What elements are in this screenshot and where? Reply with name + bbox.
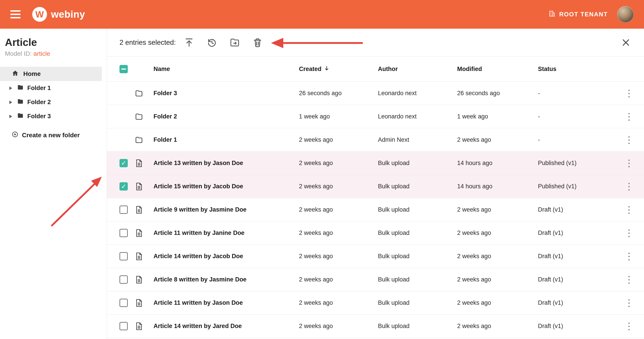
table-row[interactable]: Folder 2 1 week ago Leonardo next 1 week… (107, 105, 644, 128)
sidebar-item-folder[interactable]: Folder 1 (0, 81, 107, 95)
column-header-created[interactable]: Created (299, 65, 378, 73)
table-row[interactable]: Folder 3 26 seconds ago Leonardo next 26… (107, 82, 644, 105)
selection-toolbar: 2 entries selected: (107, 29, 644, 57)
row-created: 1 week ago (299, 113, 378, 120)
row-type-icon (131, 252, 147, 261)
row-created: 26 seconds ago (299, 90, 378, 97)
row-modified: 2 weeks ago (457, 323, 538, 329)
row-status: Published (v1) (538, 160, 614, 167)
row-modified: 14 hours ago (457, 160, 538, 167)
close-icon[interactable] (620, 37, 632, 48)
row-type-icon (131, 89, 147, 97)
row-type-icon (131, 229, 147, 237)
row-type-icon (131, 182, 147, 191)
row-menu-icon[interactable]: ⋮ (614, 298, 644, 308)
row-created: 2 weeks ago (299, 136, 378, 143)
row-menu-icon[interactable]: ⋮ (614, 205, 644, 214)
row-type-icon (131, 322, 147, 330)
row-status: - (538, 113, 614, 120)
row-status: - (538, 136, 614, 143)
table-row[interactable]: Folder 1 2 weeks ago Admin Next 2 weeks … (107, 128, 644, 152)
row-name: Article 15 written by Jacob Doe (147, 183, 299, 190)
row-author: Bulk upload (378, 183, 457, 190)
building-icon (548, 10, 556, 19)
folder-label: Folder 1 (27, 85, 51, 92)
sidebar-item-folder[interactable]: Folder 2 (0, 95, 107, 109)
model-id: Model ID: article (5, 50, 107, 57)
table-row[interactable]: Article 14 written by Jacob Doe 2 weeks … (107, 245, 644, 268)
row-author: Bulk upload (378, 253, 457, 260)
row-menu-icon[interactable]: ⋮ (614, 182, 644, 191)
select-all-checkbox[interactable] (120, 65, 128, 73)
restore-icon[interactable] (206, 37, 218, 48)
webiny-logo-icon: W (32, 7, 47, 22)
chevron-right-icon[interactable] (10, 101, 12, 104)
sidebar-item-folder[interactable]: Folder 3 (0, 109, 107, 123)
table-row[interactable]: Article 11 written by Jason Doe 2 weeks … (107, 291, 644, 314)
row-created: 2 weeks ago (299, 323, 378, 329)
create-folder-label: Create a new folder (22, 132, 80, 139)
row-menu-icon[interactable]: ⋮ (614, 112, 644, 121)
table-row[interactable]: Article 11 written by Janine Doe 2 weeks… (107, 221, 644, 245)
row-author: Bulk upload (378, 323, 457, 329)
user-avatar[interactable] (617, 6, 634, 23)
sidebar: Article Model ID: article Home Folder 1 (0, 29, 107, 339)
table-header: Name Created Author Modified Status (107, 57, 644, 82)
tenant-selector[interactable]: ROOT TENANT (548, 10, 608, 19)
folder-label: Folder 3 (27, 113, 51, 120)
row-checkbox[interactable] (120, 206, 128, 214)
row-status: Draft (v1) (538, 276, 614, 283)
row-checkbox[interactable] (120, 229, 128, 237)
create-folder-button[interactable]: Create a new folder (0, 131, 107, 139)
row-checkbox[interactable] (120, 182, 128, 191)
row-menu-icon[interactable]: ⋮ (614, 275, 644, 284)
folder-icon (17, 112, 24, 120)
chevron-right-icon[interactable] (10, 115, 12, 118)
row-name: Folder 1 (147, 136, 299, 143)
sidebar-folder-list: Folder 1 Folder 2 Folder 3 (0, 81, 107, 123)
row-menu-icon[interactable]: ⋮ (614, 135, 644, 145)
chevron-right-icon[interactable] (10, 86, 12, 90)
column-header-author: Author (378, 66, 457, 73)
row-menu-icon[interactable]: ⋮ (614, 321, 644, 331)
row-checkbox[interactable] (120, 275, 128, 284)
row-checkbox[interactable] (120, 159, 128, 167)
table-row[interactable]: Article 8 written by Jasmine Doe 2 weeks… (107, 268, 644, 291)
row-menu-icon[interactable]: ⋮ (614, 228, 644, 238)
table-row[interactable]: Article 15 written by Jacob Doe 2 weeks … (107, 175, 644, 198)
menu-icon[interactable] (10, 10, 20, 18)
row-menu-icon[interactable]: ⋮ (614, 159, 644, 168)
row-name: Article 13 written by Jason Doe (147, 160, 299, 167)
row-author: Leonardo next (378, 113, 457, 120)
sort-descending-icon (324, 65, 330, 73)
row-menu-icon[interactable]: ⋮ (614, 252, 644, 261)
row-status: Published (v1) (538, 183, 614, 190)
row-checkbox[interactable] (120, 322, 128, 330)
row-menu-icon[interactable]: ⋮ (614, 89, 644, 98)
table-row[interactable]: Article 14 written by Jared Doe 2 weeks … (107, 314, 644, 338)
row-status: Draft (v1) (538, 323, 614, 329)
row-type-icon (131, 275, 147, 284)
row-created: 2 weeks ago (299, 276, 378, 283)
move-to-folder-icon[interactable] (229, 37, 240, 48)
model-id-label: Model ID: (5, 50, 32, 57)
table-row[interactable]: Article 9 written by Jasmine Doe 2 weeks… (107, 198, 644, 221)
row-status: Draft (v1) (538, 253, 614, 260)
row-checkbox[interactable] (120, 252, 128, 260)
sidebar-item-label: Home (23, 70, 41, 78)
publish-icon[interactable] (184, 37, 195, 48)
table-row[interactable]: Article 13 written by Jason Doe 2 weeks … (107, 152, 644, 175)
row-name: Article 14 written by Jacob Doe (147, 253, 299, 260)
row-modified: 2 weeks ago (457, 299, 538, 306)
selection-count-label: 2 entries selected: (120, 39, 176, 47)
row-name: Folder 2 (147, 113, 299, 120)
row-status: Draft (v1) (538, 299, 614, 306)
row-created: 2 weeks ago (299, 229, 378, 236)
row-checkbox[interactable] (120, 299, 128, 307)
delete-icon[interactable] (252, 37, 263, 48)
sidebar-item-home[interactable]: Home (0, 67, 102, 81)
row-author: Bulk upload (378, 299, 457, 306)
row-name: Article 14 written by Jared Doe (147, 323, 299, 329)
row-modified: 26 seconds ago (457, 90, 538, 97)
folder-tree: Home Folder 1 Folder 2 Folder 3 (0, 67, 107, 139)
